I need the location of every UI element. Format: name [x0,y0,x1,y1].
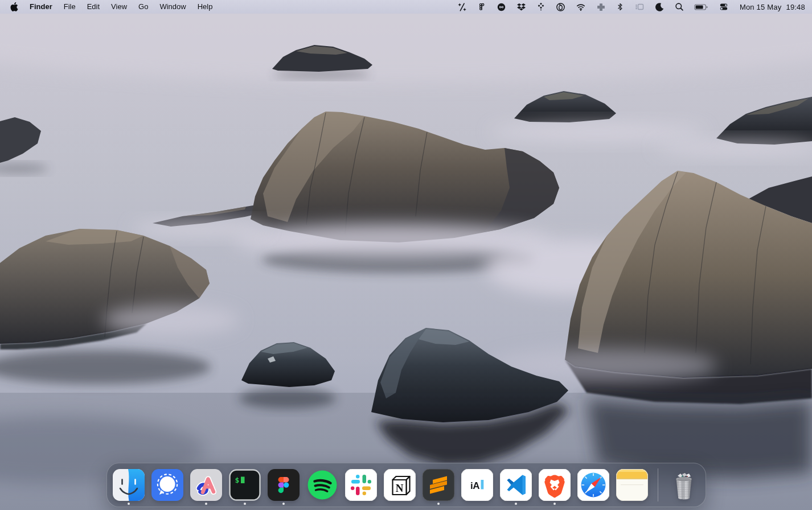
safari-icon [577,469,609,501]
slack-icon [345,469,377,501]
dock: $ [106,463,706,507]
figma-icon[interactable] [472,0,491,14]
trash-full-icon [668,469,700,501]
dock-item-figma[interactable] [268,469,300,501]
brave-icon [539,469,571,501]
apple-icon [10,2,18,11]
wallpaper [0,0,812,510]
ia-writer-icon: iA [461,469,493,501]
plus-icon[interactable] [591,0,611,14]
dock-item-amie[interactable] [190,469,222,501]
menu-file[interactable]: File [58,0,81,14]
finder-icon [113,469,145,501]
clock-date: Mon 15 May [740,3,782,11]
svg-text:$: $ [235,476,239,484]
dock-item-signal[interactable] [151,469,183,501]
running-indicator [244,503,246,505]
dock-item-sublime[interactable] [423,469,454,501]
spotify-icon [306,469,338,501]
dock-item-safari[interactable] [577,469,609,501]
running-indicator [515,503,517,505]
figma-icon [268,469,300,501]
dock-item-slack[interactable] [345,469,377,501]
dropbox-icon[interactable] [511,0,531,14]
dock-item-notion[interactable]: N [384,469,416,501]
bluetooth-icon[interactable] [611,0,629,14]
setapp-icon[interactable] [531,0,551,14]
dock-item-trash[interactable] [668,469,700,501]
notion-icon: N [384,469,416,501]
svg-text:iA: iA [470,480,479,491]
stage-manager-icon[interactable] [629,0,650,14]
battery-icon[interactable] [689,0,713,14]
creative-cloud-icon[interactable] [491,0,511,14]
clock-time: 19:48 [786,3,805,11]
menu-view[interactable]: View [105,0,133,14]
signal-icon [151,469,183,501]
menu-window[interactable]: Window [154,0,191,14]
svg-text:N: N [395,482,403,494]
spotlight-icon[interactable] [670,0,689,14]
control-center-icon[interactable] [713,0,734,14]
menu-edit[interactable]: Edit [81,0,105,14]
wifi-icon[interactable] [571,0,591,14]
running-indicator [128,503,130,505]
dock-item-vscode[interactable] [500,469,532,501]
running-indicator [437,503,440,505]
dock-item-spotify[interactable] [306,469,338,501]
dock-item-terminal[interactable]: $ [229,469,261,501]
power-ring-icon[interactable] [551,0,571,14]
menu-bar: Finder File Edit View Go Window Help [0,0,812,14]
menu-bar-clock[interactable]: Mon 15 May19:48 [734,3,805,11]
menu-finder[interactable]: Finder [24,0,58,14]
terminal-icon: $ [229,469,261,501]
sublime-icon [423,469,454,501]
dock-item-finder[interactable] [113,469,145,501]
sparkles-icon[interactable] [452,0,472,14]
menu-go[interactable]: Go [133,0,154,14]
apple-menu[interactable] [7,2,24,11]
dock-item-notes[interactable] [616,469,648,501]
menu-help[interactable]: Help [192,0,219,14]
running-indicator [205,503,207,505]
dock-container: $ [0,463,812,507]
running-indicator [282,503,285,505]
dock-item-brave[interactable] [539,469,571,501]
vscode-icon [500,469,532,501]
dock-divider [658,468,658,501]
running-indicator [553,503,556,505]
amie-icon [190,469,222,501]
moon-icon[interactable] [650,0,670,14]
dock-item-ia-writer[interactable]: iA [461,469,493,501]
notes-icon [616,469,648,501]
